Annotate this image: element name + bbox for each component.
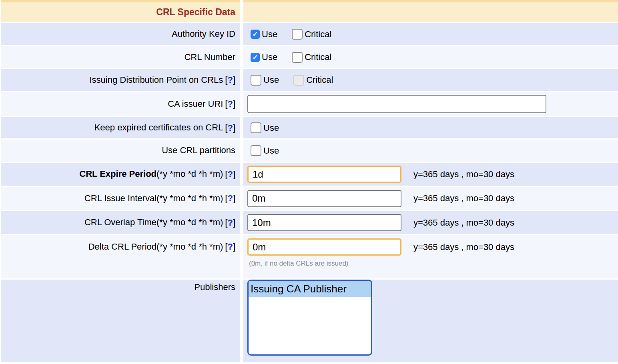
delta-crl-note: (0m, if no delta CRLs are issued) — [249, 260, 349, 268]
use-label: Use — [263, 146, 279, 156]
field-label: Authority Key ID — [172, 29, 235, 39]
use-label: Use — [262, 52, 277, 62]
bracket: ] — [233, 242, 235, 252]
row-delta-crl-period: Delta CRL Period(*y *mo *d *h *m) [?] y=… — [0, 235, 618, 278]
use-label: Use — [263, 123, 279, 133]
ca-issuer-uri-input[interactable] — [247, 95, 546, 113]
bracket: ] — [233, 75, 235, 85]
field-label: CRL Issue Interval — [84, 193, 157, 203]
field-label: CRL Number — [184, 52, 235, 62]
critical-checkbox-group: Critical — [292, 52, 331, 63]
question-mark-icon: ? — [227, 169, 233, 179]
question-mark-icon: ? — [227, 75, 233, 85]
bracket: ] — [233, 99, 235, 109]
row-publishers: Publishers Issuing CA Publisher — [0, 280, 618, 362]
help-link[interactable]: [?] — [225, 193, 235, 204]
section-header-cell: CRL Specific Data — [1, 0, 240, 22]
help-link[interactable]: [?] — [225, 123, 235, 133]
field-label-suffix: (*y *mo *d *h *m) — [157, 242, 223, 252]
help-link[interactable]: [?] — [225, 75, 235, 85]
row-keep-expired-certificates: Keep expired certificates on CRL [?] Use — [0, 117, 618, 138]
field-label-suffix: (*y *mo *d *h *m) — [157, 169, 223, 179]
delta-crl-period-input[interactable] — [247, 238, 401, 256]
checkmark-icon: ✓ — [252, 31, 258, 38]
crl-specific-data-section: CRL Specific Data Authority Key ID ✓ Use… — [0, 0, 618, 364]
days-conversion-hint: y=365 days , mo=30 days — [413, 169, 514, 180]
help-link[interactable]: [?] — [225, 169, 235, 180]
use-checkbox[interactable] — [251, 145, 261, 156]
help-link[interactable]: [?] — [225, 218, 235, 228]
field-label: CRL Expire Period — [79, 169, 157, 179]
field-label-suffix: (*y *mo *d *h *m) — [157, 193, 223, 203]
use-checkbox-group: Use — [251, 145, 279, 156]
critical-checkbox — [293, 75, 304, 86]
days-conversion-hint: y=365 days , mo=30 days — [413, 242, 514, 252]
critical-checkbox[interactable] — [292, 29, 303, 40]
critical-label: Critical — [306, 75, 333, 85]
question-mark-icon: ? — [227, 218, 233, 228]
use-label: Use — [262, 29, 277, 40]
row-crl-expire-period: CRL Expire Period(*y *mo *d *h *m) [?] y… — [0, 163, 618, 186]
critical-checkbox-group: Critical — [293, 75, 333, 86]
row-crl-number: CRL Number ✓ Use Critical — [0, 46, 618, 68]
question-mark-icon: ? — [227, 242, 233, 252]
crl-issue-interval-input[interactable] — [247, 190, 401, 207]
row-use-crl-partitions: Use CRL partitions Use — [0, 140, 618, 162]
days-conversion-hint: y=365 days , mo=30 days — [413, 218, 514, 228]
bracket: ] — [233, 218, 235, 228]
use-checkbox-group: Use — [251, 122, 279, 133]
critical-checkbox-group: Critical — [292, 29, 331, 40]
section-header-spacer — [243, 0, 618, 22]
field-label: CRL Overlap Time — [84, 217, 157, 227]
use-checkbox[interactable]: ✓ — [251, 30, 260, 39]
section-title: CRL Specific Data — [156, 7, 235, 18]
use-checkbox[interactable]: ✓ — [251, 53, 260, 62]
critical-checkbox[interactable] — [292, 52, 303, 63]
question-mark-icon: ? — [227, 99, 233, 109]
bracket: ] — [233, 123, 235, 133]
crl-expire-period-input[interactable] — [247, 166, 401, 183]
publishers-option-selected[interactable]: Issuing CA Publisher — [249, 281, 371, 297]
days-conversion-hint: y=365 days , mo=30 days — [413, 193, 514, 204]
use-checkbox-group: Use — [251, 75, 279, 86]
bracket: ] — [233, 169, 235, 179]
crl-overlap-time-input[interactable] — [247, 214, 401, 231]
help-link[interactable]: [?] — [225, 99, 235, 109]
row-crl-issue-interval: CRL Issue Interval(*y *mo *d *h *m) [?] … — [0, 187, 618, 210]
publishers-listbox[interactable]: Issuing CA Publisher — [247, 280, 372, 356]
field-label: CA issuer URI — [168, 99, 223, 109]
use-checkbox[interactable] — [251, 75, 261, 86]
field-label-suffix: (*y *mo *d *h *m) — [157, 217, 223, 227]
section-header-row: CRL Specific Data — [0, 0, 618, 22]
use-checkbox-group: ✓ Use — [251, 52, 277, 62]
checkmark-icon: ✓ — [252, 54, 258, 61]
use-label: Use — [263, 75, 279, 85]
question-mark-icon: ? — [227, 123, 233, 133]
field-label: Issuing Distribution Point on CRLs — [89, 75, 223, 85]
field-label: Keep expired certificates on CRL — [94, 122, 223, 133]
row-crl-overlap-time: CRL Overlap Time(*y *mo *d *h *m) [?] y=… — [0, 211, 618, 234]
critical-label: Critical — [305, 52, 331, 62]
field-label: Delta CRL Period — [88, 242, 157, 252]
bracket: ] — [233, 193, 235, 203]
use-checkbox[interactable] — [251, 122, 261, 133]
row-ca-issuer-uri: CA issuer URI [?] — [0, 92, 618, 116]
help-link[interactable]: [?] — [225, 242, 235, 252]
field-label: Use CRL partitions — [162, 145, 235, 156]
row-authority-key-id: Authority Key ID ✓ Use Critical — [0, 23, 618, 45]
question-mark-icon: ? — [227, 193, 233, 203]
use-checkbox-group: ✓ Use — [251, 29, 277, 40]
row-issuing-distribution-point: Issuing Distribution Point on CRLs [?] U… — [0, 69, 618, 91]
critical-label: Critical — [305, 29, 331, 40]
field-label: Publishers — [194, 282, 235, 292]
